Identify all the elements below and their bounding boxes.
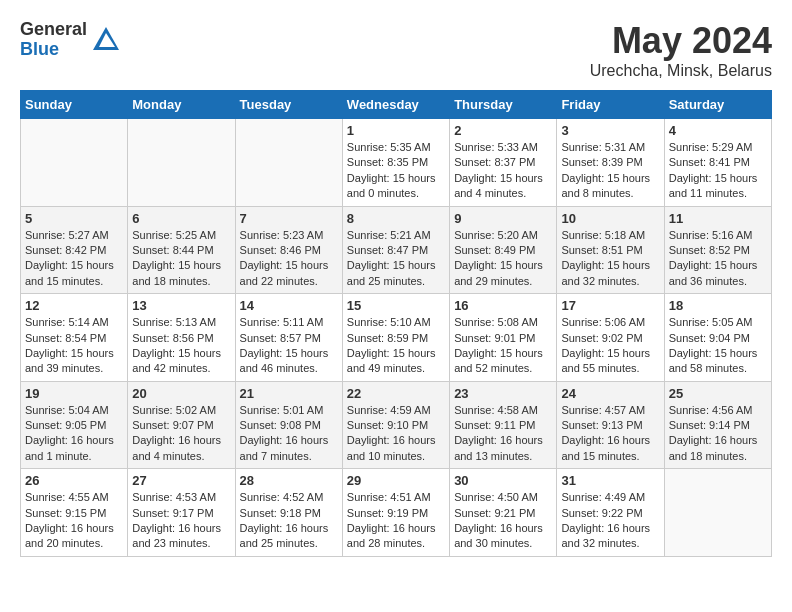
weekday-header-row: SundayMondayTuesdayWednesdayThursdayFrid… bbox=[21, 91, 772, 119]
day-number: 22 bbox=[347, 386, 445, 401]
day-number: 14 bbox=[240, 298, 338, 313]
weekday-header-friday: Friday bbox=[557, 91, 664, 119]
title-block: May 2024 Urechcha, Minsk, Belarus bbox=[590, 20, 772, 80]
day-info: Sunrise: 5:18 AM Sunset: 8:51 PM Dayligh… bbox=[561, 228, 659, 290]
day-cell: 6Sunrise: 5:25 AM Sunset: 8:44 PM Daylig… bbox=[128, 206, 235, 294]
day-number: 28 bbox=[240, 473, 338, 488]
day-cell: 18Sunrise: 5:05 AM Sunset: 9:04 PM Dayli… bbox=[664, 294, 771, 382]
day-cell: 10Sunrise: 5:18 AM Sunset: 8:51 PM Dayli… bbox=[557, 206, 664, 294]
day-number: 2 bbox=[454, 123, 552, 138]
day-cell: 7Sunrise: 5:23 AM Sunset: 8:46 PM Daylig… bbox=[235, 206, 342, 294]
day-number: 13 bbox=[132, 298, 230, 313]
day-info: Sunrise: 4:49 AM Sunset: 9:22 PM Dayligh… bbox=[561, 490, 659, 552]
day-number: 30 bbox=[454, 473, 552, 488]
day-info: Sunrise: 4:53 AM Sunset: 9:17 PM Dayligh… bbox=[132, 490, 230, 552]
month-title: May 2024 bbox=[590, 20, 772, 62]
day-number: 7 bbox=[240, 211, 338, 226]
day-number: 23 bbox=[454, 386, 552, 401]
day-number: 24 bbox=[561, 386, 659, 401]
day-cell: 8Sunrise: 5:21 AM Sunset: 8:47 PM Daylig… bbox=[342, 206, 449, 294]
day-cell: 5Sunrise: 5:27 AM Sunset: 8:42 PM Daylig… bbox=[21, 206, 128, 294]
day-cell: 9Sunrise: 5:20 AM Sunset: 8:49 PM Daylig… bbox=[450, 206, 557, 294]
day-info: Sunrise: 4:57 AM Sunset: 9:13 PM Dayligh… bbox=[561, 403, 659, 465]
day-number: 8 bbox=[347, 211, 445, 226]
day-info: Sunrise: 5:25 AM Sunset: 8:44 PM Dayligh… bbox=[132, 228, 230, 290]
day-info: Sunrise: 5:06 AM Sunset: 9:02 PM Dayligh… bbox=[561, 315, 659, 377]
weekday-header-monday: Monday bbox=[128, 91, 235, 119]
day-number: 20 bbox=[132, 386, 230, 401]
day-info: Sunrise: 5:35 AM Sunset: 8:35 PM Dayligh… bbox=[347, 140, 445, 202]
day-info: Sunrise: 4:56 AM Sunset: 9:14 PM Dayligh… bbox=[669, 403, 767, 465]
day-cell: 24Sunrise: 4:57 AM Sunset: 9:13 PM Dayli… bbox=[557, 381, 664, 469]
day-info: Sunrise: 5:21 AM Sunset: 8:47 PM Dayligh… bbox=[347, 228, 445, 290]
day-cell: 19Sunrise: 5:04 AM Sunset: 9:05 PM Dayli… bbox=[21, 381, 128, 469]
empty-cell bbox=[235, 119, 342, 207]
day-cell: 2Sunrise: 5:33 AM Sunset: 8:37 PM Daylig… bbox=[450, 119, 557, 207]
day-number: 16 bbox=[454, 298, 552, 313]
day-cell: 31Sunrise: 4:49 AM Sunset: 9:22 PM Dayli… bbox=[557, 469, 664, 557]
day-info: Sunrise: 5:27 AM Sunset: 8:42 PM Dayligh… bbox=[25, 228, 123, 290]
day-cell: 29Sunrise: 4:51 AM Sunset: 9:19 PM Dayli… bbox=[342, 469, 449, 557]
day-number: 9 bbox=[454, 211, 552, 226]
empty-cell bbox=[21, 119, 128, 207]
calendar-week-row: 1Sunrise: 5:35 AM Sunset: 8:35 PM Daylig… bbox=[21, 119, 772, 207]
day-number: 3 bbox=[561, 123, 659, 138]
logo-general: General bbox=[20, 20, 87, 40]
calendar-week-row: 26Sunrise: 4:55 AM Sunset: 9:15 PM Dayli… bbox=[21, 469, 772, 557]
day-cell: 15Sunrise: 5:10 AM Sunset: 8:59 PM Dayli… bbox=[342, 294, 449, 382]
day-cell: 16Sunrise: 5:08 AM Sunset: 9:01 PM Dayli… bbox=[450, 294, 557, 382]
day-info: Sunrise: 5:16 AM Sunset: 8:52 PM Dayligh… bbox=[669, 228, 767, 290]
day-number: 18 bbox=[669, 298, 767, 313]
day-cell: 21Sunrise: 5:01 AM Sunset: 9:08 PM Dayli… bbox=[235, 381, 342, 469]
day-number: 1 bbox=[347, 123, 445, 138]
empty-cell bbox=[128, 119, 235, 207]
day-info: Sunrise: 5:11 AM Sunset: 8:57 PM Dayligh… bbox=[240, 315, 338, 377]
day-info: Sunrise: 5:14 AM Sunset: 8:54 PM Dayligh… bbox=[25, 315, 123, 377]
day-cell: 12Sunrise: 5:14 AM Sunset: 8:54 PM Dayli… bbox=[21, 294, 128, 382]
day-info: Sunrise: 5:04 AM Sunset: 9:05 PM Dayligh… bbox=[25, 403, 123, 465]
day-info: Sunrise: 5:10 AM Sunset: 8:59 PM Dayligh… bbox=[347, 315, 445, 377]
day-cell: 22Sunrise: 4:59 AM Sunset: 9:10 PM Dayli… bbox=[342, 381, 449, 469]
calendar-week-row: 5Sunrise: 5:27 AM Sunset: 8:42 PM Daylig… bbox=[21, 206, 772, 294]
day-cell: 26Sunrise: 4:55 AM Sunset: 9:15 PM Dayli… bbox=[21, 469, 128, 557]
day-info: Sunrise: 5:20 AM Sunset: 8:49 PM Dayligh… bbox=[454, 228, 552, 290]
day-number: 19 bbox=[25, 386, 123, 401]
logo: General Blue bbox=[20, 20, 121, 60]
day-info: Sunrise: 4:51 AM Sunset: 9:19 PM Dayligh… bbox=[347, 490, 445, 552]
day-number: 17 bbox=[561, 298, 659, 313]
day-info: Sunrise: 5:33 AM Sunset: 8:37 PM Dayligh… bbox=[454, 140, 552, 202]
weekday-header-wednesday: Wednesday bbox=[342, 91, 449, 119]
day-number: 29 bbox=[347, 473, 445, 488]
day-cell: 4Sunrise: 5:29 AM Sunset: 8:41 PM Daylig… bbox=[664, 119, 771, 207]
day-info: Sunrise: 4:58 AM Sunset: 9:11 PM Dayligh… bbox=[454, 403, 552, 465]
day-cell: 13Sunrise: 5:13 AM Sunset: 8:56 PM Dayli… bbox=[128, 294, 235, 382]
calendar-week-row: 12Sunrise: 5:14 AM Sunset: 8:54 PM Dayli… bbox=[21, 294, 772, 382]
location: Urechcha, Minsk, Belarus bbox=[590, 62, 772, 80]
day-number: 15 bbox=[347, 298, 445, 313]
day-cell: 3Sunrise: 5:31 AM Sunset: 8:39 PM Daylig… bbox=[557, 119, 664, 207]
day-cell: 20Sunrise: 5:02 AM Sunset: 9:07 PM Dayli… bbox=[128, 381, 235, 469]
day-info: Sunrise: 5:13 AM Sunset: 8:56 PM Dayligh… bbox=[132, 315, 230, 377]
day-number: 11 bbox=[669, 211, 767, 226]
day-info: Sunrise: 4:59 AM Sunset: 9:10 PM Dayligh… bbox=[347, 403, 445, 465]
day-number: 4 bbox=[669, 123, 767, 138]
day-info: Sunrise: 5:01 AM Sunset: 9:08 PM Dayligh… bbox=[240, 403, 338, 465]
weekday-header-thursday: Thursday bbox=[450, 91, 557, 119]
day-cell: 14Sunrise: 5:11 AM Sunset: 8:57 PM Dayli… bbox=[235, 294, 342, 382]
day-info: Sunrise: 5:23 AM Sunset: 8:46 PM Dayligh… bbox=[240, 228, 338, 290]
day-cell: 1Sunrise: 5:35 AM Sunset: 8:35 PM Daylig… bbox=[342, 119, 449, 207]
day-number: 21 bbox=[240, 386, 338, 401]
day-number: 31 bbox=[561, 473, 659, 488]
weekday-header-sunday: Sunday bbox=[21, 91, 128, 119]
day-number: 12 bbox=[25, 298, 123, 313]
day-info: Sunrise: 4:55 AM Sunset: 9:15 PM Dayligh… bbox=[25, 490, 123, 552]
day-cell: 17Sunrise: 5:06 AM Sunset: 9:02 PM Dayli… bbox=[557, 294, 664, 382]
day-number: 27 bbox=[132, 473, 230, 488]
day-number: 6 bbox=[132, 211, 230, 226]
page-header: General Blue May 2024 Urechcha, Minsk, B… bbox=[20, 20, 772, 80]
logo-icon bbox=[91, 25, 121, 55]
day-info: Sunrise: 5:29 AM Sunset: 8:41 PM Dayligh… bbox=[669, 140, 767, 202]
day-info: Sunrise: 4:52 AM Sunset: 9:18 PM Dayligh… bbox=[240, 490, 338, 552]
calendar: SundayMondayTuesdayWednesdayThursdayFrid… bbox=[20, 90, 772, 557]
day-cell: 27Sunrise: 4:53 AM Sunset: 9:17 PM Dayli… bbox=[128, 469, 235, 557]
